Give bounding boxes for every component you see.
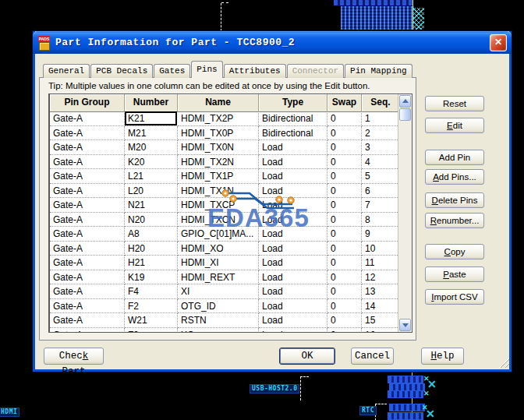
- pin-cell[interactable]: 0: [328, 155, 362, 170]
- pin-row[interactable]: Gate-AL21HDMI_TX1PLoad05: [50, 169, 399, 184]
- pin-cell[interactable]: 12: [362, 270, 399, 285]
- pin-cell[interactable]: HDMI_TX1P: [178, 169, 259, 184]
- pin-cell[interactable]: Gate-A: [50, 198, 125, 213]
- pin-cell[interactable]: Bidirectional: [259, 126, 328, 141]
- pin-cell[interactable]: Gate-A: [50, 169, 125, 184]
- cancel-button[interactable]: Cancel: [351, 348, 394, 365]
- pin-cell[interactable]: 0: [328, 313, 362, 328]
- pin-cell[interactable]: Gate-A: [50, 111, 125, 126]
- pin-cell[interactable]: Gate-A: [50, 299, 125, 314]
- pin-row[interactable]: Gate-AK20HDMI_TX2NLoad04: [50, 155, 399, 170]
- pin-cell[interactable]: XO: [178, 328, 259, 334]
- pin-cell[interactable]: F4: [125, 284, 178, 299]
- pin-row[interactable]: Gate-AM20HDMI_TX0NLoad03: [50, 140, 399, 155]
- pin-row[interactable]: Gate-AM21HDMI_TX0PBidirectional02: [50, 126, 399, 141]
- column-header-pin-group[interactable]: Pin Group: [50, 94, 125, 111]
- edit-button[interactable]: Edit: [425, 118, 484, 133]
- pin-row[interactable]: Gate-AH21HDMI_XILoad011: [50, 256, 399, 270]
- pin-cell[interactable]: 0: [328, 140, 362, 155]
- pin-cell[interactable]: Gate-A: [50, 313, 125, 328]
- pin-cell[interactable]: 0: [328, 227, 362, 242]
- pin-cell[interactable]: Gate-A: [50, 328, 125, 334]
- pin-cell[interactable]: Gate-A: [50, 284, 125, 299]
- tab-gates[interactable]: Gates: [154, 64, 190, 78]
- tab-pins[interactable]: Pins: [191, 61, 222, 78]
- pin-cell[interactable]: 0: [328, 198, 362, 213]
- tab-pin-mapping[interactable]: Pin Mapping: [345, 64, 412, 78]
- pin-cell[interactable]: 16: [362, 328, 399, 334]
- pin-cell[interactable]: Gate-A: [50, 184, 125, 199]
- column-header-number[interactable]: Number: [125, 94, 178, 111]
- pin-cell[interactable]: K21: [125, 111, 178, 126]
- pin-row[interactable]: Gate-AF3XOLoad016: [50, 328, 399, 334]
- pin-cell[interactable]: W21: [125, 313, 178, 328]
- pin-row[interactable]: Gate-AW21RSTNLoad015: [50, 313, 399, 328]
- pin-cell[interactable]: 0: [328, 169, 362, 184]
- scrollbar-thumb[interactable]: [399, 108, 411, 121]
- delete-pins-button[interactable]: Delete Pins: [425, 192, 484, 208]
- pin-cell[interactable]: 0: [328, 184, 362, 199]
- pin-cell[interactable]: HDMI_TX2N: [178, 155, 259, 170]
- reset-button[interactable]: Reset: [425, 96, 484, 111]
- pin-cell[interactable]: Gate-A: [50, 213, 125, 228]
- pin-cell[interactable]: N21: [125, 198, 178, 213]
- pin-cell[interactable]: Gate-A: [50, 227, 125, 242]
- pin-cell[interactable]: K19: [125, 270, 178, 285]
- pin-cell[interactable]: 0: [328, 328, 362, 334]
- add-pins-button[interactable]: Add Pins...: [425, 169, 484, 185]
- pin-cell[interactable]: Gate-A: [50, 140, 125, 155]
- tab-general[interactable]: General: [43, 64, 90, 78]
- add-pin-button[interactable]: Add Pin: [425, 150, 484, 165]
- pin-cell[interactable]: 14: [362, 299, 399, 314]
- pin-row[interactable]: Gate-AK21HDMI_TX2PBidirectional01: [50, 111, 399, 126]
- pin-cell[interactable]: 1: [362, 111, 399, 126]
- pin-cell[interactable]: A8: [125, 227, 178, 242]
- pin-cell[interactable]: L20: [125, 184, 178, 199]
- pin-cell[interactable]: 8: [362, 213, 399, 228]
- pin-cell[interactable]: 0: [328, 256, 362, 270]
- renumber-button[interactable]: Renumber...: [425, 213, 484, 228]
- tab-attributes[interactable]: Attributes: [224, 64, 286, 78]
- pin-cell[interactable]: 0: [328, 242, 362, 256]
- pin-cell[interactable]: HDMI_TX2P: [178, 111, 259, 126]
- pin-cell[interactable]: HDMI_TX0N: [178, 140, 259, 155]
- tab-pcb-decals[interactable]: PCB Decals: [90, 64, 153, 78]
- pin-cell[interactable]: Load: [259, 242, 328, 256]
- pin-cell[interactable]: F2: [125, 299, 178, 314]
- pin-cell[interactable]: OTG_ID: [178, 299, 259, 314]
- pin-row[interactable]: Gate-AF2OTG_IDLoad014: [50, 299, 399, 314]
- pin-cell[interactable]: H21: [125, 256, 178, 270]
- pin-cell[interactable]: Load: [259, 256, 328, 270]
- pin-cell[interactable]: Bidirectional: [259, 111, 328, 126]
- pin-cell[interactable]: 6: [362, 184, 399, 199]
- pin-cell[interactable]: Load: [259, 284, 328, 299]
- column-header-swap[interactable]: Swap: [328, 94, 362, 111]
- vertical-scrollbar[interactable]: [398, 94, 412, 332]
- import-csv-button[interactable]: Import CSV: [425, 289, 484, 305]
- pin-cell[interactable]: 3: [362, 140, 399, 155]
- pin-cell[interactable]: 0: [328, 111, 362, 126]
- pin-cell[interactable]: 13: [362, 284, 399, 299]
- pin-cell[interactable]: 0: [328, 213, 362, 228]
- pin-cell[interactable]: 0: [328, 284, 362, 299]
- pin-cell[interactable]: N20: [125, 213, 178, 228]
- pin-cell[interactable]: Gate-A: [50, 155, 125, 170]
- pin-cell[interactable]: 4: [362, 155, 399, 170]
- pin-cell[interactable]: M21: [125, 126, 178, 141]
- ok-button[interactable]: OK: [279, 348, 335, 365]
- pin-cell[interactable]: HDMI_REXT: [178, 270, 259, 285]
- pin-cell[interactable]: Gate-A: [50, 256, 125, 270]
- resize-grip[interactable]: [499, 358, 509, 368]
- column-header-name[interactable]: Name: [178, 94, 259, 111]
- column-header-seq-[interactable]: Seq.: [362, 94, 399, 111]
- dialog-titlebar[interactable]: PADS Part Information for Part - TCC8900…: [33, 31, 512, 54]
- pin-cell[interactable]: L21: [125, 169, 178, 184]
- pin-cell[interactable]: HDMI_XI: [178, 256, 259, 270]
- pin-cell[interactable]: F3: [125, 328, 178, 334]
- pin-cell[interactable]: Gate-A: [50, 242, 125, 256]
- check-part-button[interactable]: Check Part: [44, 348, 104, 365]
- copy-button[interactable]: Copy: [425, 244, 484, 259]
- pin-cell[interactable]: 10: [362, 242, 399, 256]
- pin-cell[interactable]: Load: [259, 140, 328, 155]
- pin-cell[interactable]: M20: [125, 140, 178, 155]
